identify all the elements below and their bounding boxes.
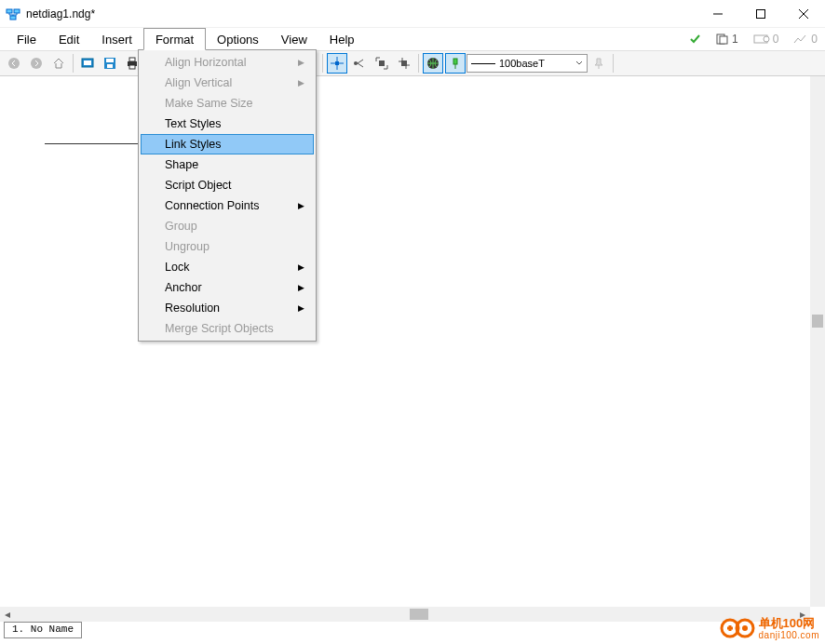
save-icon[interactable] bbox=[100, 53, 120, 74]
diagram-line-shape[interactable] bbox=[45, 143, 138, 144]
menu-edit[interactable]: Edit bbox=[47, 28, 90, 50]
snap-grid-icon[interactable] bbox=[327, 53, 347, 74]
menu-connection-points[interactable]: Connection Points▶ bbox=[141, 195, 314, 216]
menu-resolution[interactable]: Resolution▶ bbox=[141, 298, 314, 318]
close-button[interactable] bbox=[782, 0, 825, 27]
svg-rect-16 bbox=[106, 59, 114, 62]
menu-anchor[interactable]: Anchor▶ bbox=[141, 277, 314, 298]
sheet-tab[interactable]: 1. No Name bbox=[4, 622, 82, 638]
watermark: 单机100网 danji100.com bbox=[720, 617, 819, 640]
menu-align-vertical[interactable]: Align Vertical▶ bbox=[141, 73, 314, 93]
menu-text-styles[interactable]: Text Styles bbox=[141, 114, 314, 134]
maximize-button[interactable] bbox=[739, 0, 782, 27]
hscroll-track[interactable] bbox=[15, 607, 795, 622]
menubar: File Edit Insert Format Options View Hel… bbox=[0, 28, 825, 50]
svg-point-48 bbox=[742, 625, 748, 631]
status-graph: 0 bbox=[786, 28, 825, 50]
svg-rect-8 bbox=[720, 36, 727, 44]
menu-make-same-size[interactable]: Make Same Size bbox=[141, 93, 314, 114]
menu-link-styles[interactable]: Link Styles bbox=[141, 134, 314, 154]
svg-rect-2 bbox=[10, 16, 16, 20]
horizontal-scrollbar[interactable]: ◂ ▸ bbox=[0, 607, 810, 622]
watermark-line1: 单机100网 bbox=[759, 617, 819, 630]
svg-rect-42 bbox=[453, 59, 457, 64]
menu-shape[interactable]: Shape bbox=[141, 154, 314, 175]
watermark-logo-icon bbox=[720, 617, 755, 639]
sheet-tabs: 1. No Name bbox=[4, 622, 82, 638]
svg-point-11 bbox=[8, 58, 20, 69]
svg-point-36 bbox=[354, 61, 358, 65]
menu-group[interactable]: Group bbox=[141, 216, 314, 236]
pin-icon[interactable] bbox=[588, 53, 609, 74]
format-menu-dropdown: Align Horizontal▶ Align Vertical▶ Make S… bbox=[138, 49, 317, 342]
titlebar: netdiag1.ndg* bbox=[0, 0, 825, 28]
menu-help[interactable]: Help bbox=[318, 28, 366, 50]
back-icon[interactable] bbox=[4, 53, 24, 74]
contract-icon[interactable] bbox=[394, 53, 414, 74]
submenu-arrow-icon: ▶ bbox=[298, 201, 304, 210]
menu-merge-script-objects[interactable]: Merge Script Objects bbox=[141, 318, 314, 339]
watermark-line2: danji100.com bbox=[759, 630, 819, 640]
menu-ungroup[interactable]: Ungroup bbox=[141, 236, 314, 257]
minimize-button[interactable] bbox=[697, 0, 739, 27]
status-layers: 0 bbox=[746, 28, 787, 50]
submenu-arrow-icon: ▶ bbox=[298, 262, 304, 272]
app-icon bbox=[6, 7, 20, 21]
expand-icon[interactable] bbox=[372, 53, 392, 74]
cable-icon[interactable] bbox=[445, 53, 466, 74]
home-icon[interactable] bbox=[48, 53, 69, 74]
svg-rect-17 bbox=[107, 64, 113, 68]
svg-line-37 bbox=[358, 60, 363, 63]
menu-lock[interactable]: Lock▶ bbox=[141, 257, 314, 277]
menu-options[interactable]: Options bbox=[206, 28, 270, 50]
svg-rect-14 bbox=[84, 60, 91, 65]
status-check bbox=[683, 28, 709, 50]
window-title: netdiag1.ndg* bbox=[26, 7, 697, 20]
line-style-icon bbox=[471, 63, 495, 64]
svg-rect-40 bbox=[401, 60, 407, 66]
window-controls bbox=[697, 0, 825, 27]
submenu-arrow-icon: ▶ bbox=[298, 303, 304, 313]
menu-align-horizontal[interactable]: Align Horizontal▶ bbox=[141, 52, 314, 73]
connector-icon[interactable] bbox=[349, 53, 370, 74]
menu-view[interactable]: View bbox=[270, 28, 318, 50]
submenu-arrow-icon: ▶ bbox=[298, 283, 304, 292]
hscroll-left-icon[interactable]: ◂ bbox=[0, 607, 15, 622]
hscroll-thumb[interactable] bbox=[410, 609, 428, 620]
vertical-scrollbar[interactable] bbox=[810, 76, 825, 607]
svg-line-38 bbox=[358, 63, 363, 67]
menu-script-object[interactable]: Script Object bbox=[141, 175, 314, 195]
svg-rect-39 bbox=[379, 60, 385, 66]
svg-point-12 bbox=[31, 58, 42, 69]
chevron-down-icon bbox=[575, 58, 583, 69]
forward-icon[interactable] bbox=[26, 53, 47, 74]
globe-icon[interactable] bbox=[423, 53, 443, 74]
svg-rect-19 bbox=[129, 58, 135, 61]
link-type-label: 100baseT bbox=[499, 58, 545, 69]
svg-rect-35 bbox=[335, 61, 339, 65]
svg-rect-20 bbox=[129, 65, 135, 69]
svg-rect-0 bbox=[7, 9, 12, 13]
submenu-arrow-icon: ▶ bbox=[298, 58, 304, 67]
submenu-arrow-icon: ▶ bbox=[298, 78, 304, 87]
toolbar: AA 100baseT bbox=[0, 50, 825, 76]
svg-point-10 bbox=[764, 36, 769, 42]
canvas[interactable] bbox=[0, 76, 810, 607]
vscroll-thumb[interactable] bbox=[812, 315, 823, 328]
svg-rect-1 bbox=[14, 9, 20, 13]
menu-insert[interactable]: Insert bbox=[90, 28, 143, 50]
svg-rect-4 bbox=[757, 9, 765, 18]
menu-file[interactable]: File bbox=[6, 28, 47, 50]
status-pages: 1 bbox=[709, 28, 746, 50]
screen-icon[interactable] bbox=[77, 53, 98, 74]
link-type-combo[interactable]: 100baseT bbox=[467, 54, 588, 73]
menu-format[interactable]: Format bbox=[143, 28, 206, 50]
